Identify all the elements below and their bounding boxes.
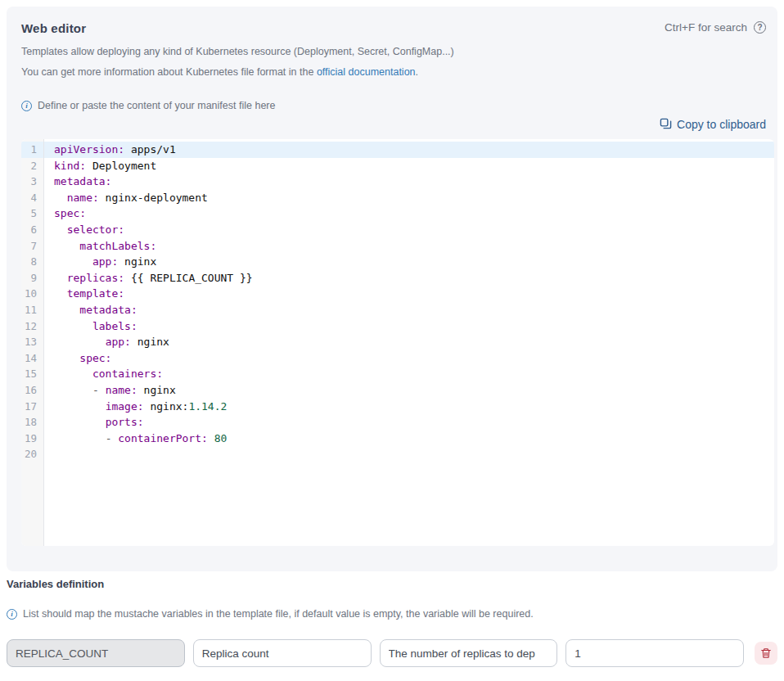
official-documentation-link[interactable]: official documentation (317, 66, 416, 78)
line-number: 9 (21, 270, 43, 286)
line-number: 12 (21, 318, 43, 335)
code-line[interactable]: app: nginx (44, 254, 774, 270)
description-line-2-text: You can get more information about Kuber… (21, 66, 317, 78)
copy-icon (660, 118, 672, 130)
description-line-1: Templates allow deploying any kind of Ku… (21, 46, 766, 57)
delete-variable-button[interactable] (755, 642, 777, 665)
line-number: 2 (21, 158, 43, 174)
code-line[interactable]: image: nginx:1.14.2 (44, 399, 774, 415)
line-number: 19 (21, 431, 43, 447)
line-number: 13 (21, 334, 43, 350)
description-line-2-suffix: . (416, 66, 418, 78)
code-line[interactable] (44, 446, 774, 462)
variable-default-value-input[interactable] (565, 639, 744, 667)
page-title: Web editor (21, 21, 86, 35)
editor-hint-row: i Define or paste the content of your ma… (21, 100, 766, 111)
code-line[interactable]: - name: nginx (44, 382, 774, 399)
code-line[interactable]: metadata: (44, 174, 774, 190)
search-hint: Ctrl+F for search ? (665, 21, 766, 34)
line-number: 15 (21, 366, 43, 382)
line-number: 11 (21, 302, 43, 318)
variable-row (7, 639, 777, 667)
line-number: 5 (21, 205, 43, 222)
variable-name-input[interactable] (7, 639, 185, 667)
code-line[interactable]: matchLabels: (44, 238, 774, 255)
line-number: 3 (21, 174, 43, 190)
copy-to-clipboard-button[interactable]: Copy to clipboard (660, 118, 766, 131)
code-lines[interactable]: apiVersion: apps/v1kind: Deploymentmetad… (44, 139, 774, 546)
code-line[interactable]: name: nginx-deployment (44, 190, 774, 206)
line-number: 8 (21, 254, 43, 270)
line-number: 7 (21, 238, 43, 255)
variables-section-title: Variables definition (7, 578, 777, 590)
info-icon: i (21, 101, 32, 111)
variables-hint-label: List should map the mustache variables i… (23, 608, 534, 620)
variables-hint-row: i List should map the mustache variables… (7, 608, 777, 620)
variable-label-input[interactable] (193, 639, 372, 667)
code-line[interactable]: app: nginx (44, 334, 774, 350)
code-line[interactable]: metadata: (44, 302, 774, 318)
line-number: 14 (21, 350, 43, 367)
trash-icon (760, 647, 772, 659)
code-line[interactable]: template: (44, 286, 774, 302)
code-line[interactable]: selector: (44, 222, 774, 238)
line-number: 1 (21, 142, 43, 158)
code-editor[interactable]: 1234567891011121314151617181920 apiVersi… (21, 139, 774, 546)
help-icon[interactable]: ? (754, 21, 766, 34)
line-number: 20 (21, 446, 43, 462)
code-line[interactable]: labels: (44, 318, 774, 335)
code-line[interactable]: kind: Deployment (44, 158, 774, 174)
variable-description-input[interactable] (380, 639, 558, 667)
copy-button-label: Copy to clipboard (677, 118, 766, 131)
code-line[interactable]: spec: (44, 205, 774, 222)
editor-hint-label: Define or paste the content of your mani… (38, 100, 275, 111)
line-number: 16 (21, 382, 43, 399)
search-hint-label: Ctrl+F for search (665, 21, 747, 34)
code-line[interactable]: spec: (44, 350, 774, 367)
line-number: 10 (21, 286, 43, 302)
line-number: 4 (21, 190, 43, 206)
description-line-2: You can get more information about Kuber… (21, 66, 766, 78)
line-number: 6 (21, 222, 43, 238)
code-line[interactable]: replicas: {{ REPLICA_COUNT }} (44, 270, 774, 286)
code-line[interactable]: ports: (44, 414, 774, 431)
code-line[interactable]: - containerPort: 80 (44, 431, 774, 447)
code-line[interactable]: containers: (44, 366, 774, 382)
code-line[interactable]: apiVersion: apps/v1 (44, 142, 774, 158)
line-numbers: 1234567891011121314151617181920 (21, 139, 44, 546)
line-number: 17 (21, 399, 43, 415)
line-number: 18 (21, 414, 43, 431)
info-icon: i (7, 609, 17, 620)
web-editor-panel: Web editor Ctrl+F for search ? Templates… (7, 7, 777, 571)
